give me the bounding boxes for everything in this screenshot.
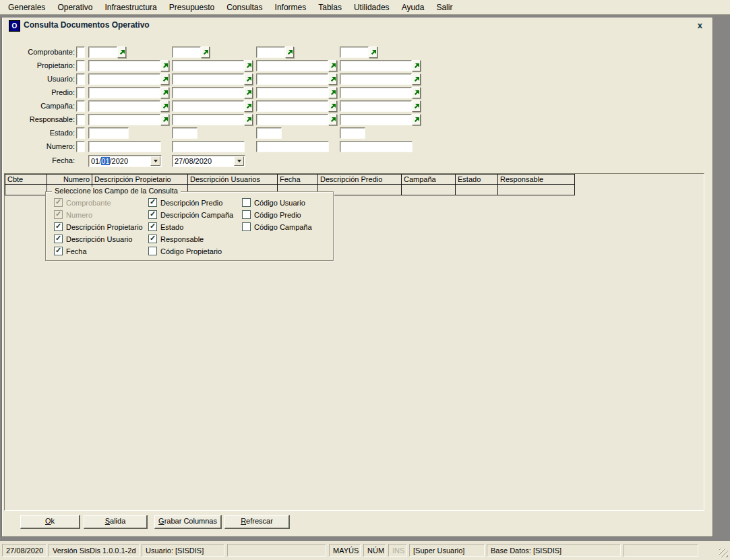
- predio-flag-box[interactable]: [76, 87, 85, 98]
- menu-utilidades[interactable]: Utilidades: [348, 1, 396, 14]
- checkbox-codigo-campana[interactable]: Código Campaña: [242, 222, 312, 231]
- propietario-input[interactable]: [172, 60, 244, 71]
- propietario-input[interactable]: [340, 60, 412, 71]
- numero-input[interactable]: [172, 141, 245, 152]
- refrescar-button[interactable]: Refrescar: [224, 515, 290, 529]
- grabar-columnas-button[interactable]: Grabar Columnas: [154, 515, 222, 529]
- comprobante-flag-box[interactable]: [76, 46, 85, 58]
- estado-input[interactable]: [88, 127, 129, 139]
- menu-consultas[interactable]: Consultas: [220, 1, 268, 14]
- checkbox-descripcion-usuario[interactable]: Descripción Usuario: [54, 235, 132, 243]
- campana-input[interactable]: [88, 100, 160, 112]
- numero-flag-box[interactable]: [76, 141, 85, 152]
- numero-input[interactable]: [88, 141, 161, 152]
- fecha-desde-combo[interactable]: 01/01/2020: [88, 155, 162, 167]
- checkbox-descripcion-campana[interactable]: Descripción Campaña: [148, 210, 233, 219]
- campana-input[interactable]: [172, 100, 244, 112]
- responsable-flag-box[interactable]: [76, 114, 85, 125]
- usuario-input[interactable]: [88, 73, 160, 85]
- usuario-lookup-button[interactable]: [328, 73, 337, 85]
- checkbox-fecha[interactable]: Fecha: [54, 247, 87, 255]
- menu-operativo[interactable]: Operativo: [51, 1, 98, 14]
- predio-lookup-button[interactable]: [412, 87, 421, 98]
- column-header-numero[interactable]: Numero: [47, 174, 92, 185]
- menu-presupuesto[interactable]: Presupuesto: [163, 1, 220, 14]
- column-header-cbte[interactable]: Cbte: [5, 174, 47, 185]
- responsable-input[interactable]: [340, 114, 412, 125]
- checkbox-estado[interactable]: Estado: [148, 222, 183, 231]
- responsable-input[interactable]: [256, 114, 328, 125]
- checkbox-icon[interactable]: [148, 198, 157, 207]
- usuario-lookup-button[interactable]: [160, 73, 169, 85]
- checkbox-icon[interactable]: [54, 235, 63, 243]
- ok-button[interactable]: Ok: [20, 515, 80, 529]
- checkbox-icon[interactable]: [148, 222, 157, 231]
- comprobante-lookup-button[interactable]: [285, 46, 294, 58]
- propietario-lookup-button[interactable]: [244, 60, 253, 71]
- checkbox-codigo-predio[interactable]: Código Predio: [242, 210, 301, 219]
- predio-lookup-button[interactable]: [244, 87, 253, 98]
- responsable-lookup-button[interactable]: [412, 114, 421, 125]
- fecha-hasta-combo[interactable]: 27/08/2020: [172, 155, 245, 167]
- campana-lookup-button[interactable]: [328, 100, 337, 112]
- propietario-lookup-button[interactable]: [412, 60, 421, 71]
- checkbox-descripcion-predio[interactable]: Descripción Predio: [148, 198, 222, 207]
- checkbox-icon[interactable]: [148, 235, 157, 243]
- column-header-responsable[interactable]: Responsable: [498, 174, 575, 185]
- resize-grip[interactable]: [719, 549, 728, 557]
- close-icon[interactable]: x: [696, 20, 704, 30]
- checkbox-icon[interactable]: [54, 222, 63, 231]
- usuario-flag-box[interactable]: [76, 73, 85, 85]
- column-header-descripcion-propietario[interactable]: Descripción Propietario: [92, 174, 188, 185]
- responsable-lookup-button[interactable]: [328, 114, 337, 125]
- campana-input[interactable]: [256, 100, 328, 112]
- menu-tablas[interactable]: Tablas: [312, 1, 348, 14]
- comprobante-lookup-button[interactable]: [369, 46, 377, 58]
- campana-lookup-button[interactable]: [412, 100, 421, 112]
- propietario-lookup-button[interactable]: [328, 60, 337, 71]
- fecha-desde-dropdown-button[interactable]: [150, 156, 160, 166]
- predio-lookup-button[interactable]: [328, 87, 337, 98]
- menu-salir[interactable]: Salir: [430, 1, 458, 14]
- predio-input[interactable]: [340, 87, 412, 98]
- responsable-input[interactable]: [172, 114, 244, 125]
- comprobante-input[interactable]: [256, 46, 285, 58]
- comprobante-input[interactable]: [340, 46, 369, 58]
- estado-input[interactable]: [340, 127, 365, 139]
- responsable-input[interactable]: [88, 114, 160, 125]
- checkbox-icon[interactable]: [242, 198, 251, 207]
- predio-input[interactable]: [172, 87, 244, 98]
- usuario-input[interactable]: [172, 73, 244, 85]
- campana-lookup-button[interactable]: [244, 100, 253, 112]
- menu-generales[interactable]: Generales: [2, 1, 51, 14]
- checkbox-descripcion-propietario[interactable]: Descripción Propietario: [54, 222, 143, 231]
- comprobante-input[interactable]: [172, 46, 201, 58]
- menu-infraestructura[interactable]: Infraestructura: [98, 1, 162, 14]
- menu-ayuda[interactable]: Ayuda: [396, 1, 431, 14]
- usuario-lookup-button[interactable]: [412, 73, 421, 85]
- campana-flag-box[interactable]: [76, 100, 85, 112]
- numero-input[interactable]: [340, 141, 413, 152]
- numero-input[interactable]: [256, 141, 329, 152]
- checkbox-icon[interactable]: [148, 210, 157, 219]
- predio-input[interactable]: [256, 87, 328, 98]
- propietario-lookup-button[interactable]: [160, 60, 169, 71]
- column-header-descripcion-usuarios[interactable]: Descripción Usuarios: [188, 174, 278, 185]
- usuario-input[interactable]: [340, 73, 412, 85]
- predio-lookup-button[interactable]: [160, 87, 169, 98]
- checkbox-responsable[interactable]: Responsable: [148, 235, 204, 243]
- responsable-lookup-button[interactable]: [244, 114, 253, 125]
- checkbox-icon[interactable]: [242, 222, 251, 231]
- comprobante-input[interactable]: [88, 46, 117, 58]
- checkbox-codigo-propietario[interactable]: Código Propietario: [148, 247, 222, 255]
- campana-lookup-button[interactable]: [160, 100, 169, 112]
- propietario-flag-box[interactable]: [76, 60, 85, 71]
- usuario-input[interactable]: [256, 73, 328, 85]
- usuario-lookup-button[interactable]: [244, 73, 253, 85]
- campana-input[interactable]: [340, 100, 412, 112]
- propietario-input[interactable]: [256, 60, 328, 71]
- comprobante-lookup-button[interactable]: [201, 46, 210, 58]
- column-header-fecha[interactable]: Fecha: [278, 174, 318, 185]
- column-header-estado[interactable]: Estado: [456, 174, 498, 185]
- column-header-descripcion-predio[interactable]: Descripción Predio: [318, 174, 402, 185]
